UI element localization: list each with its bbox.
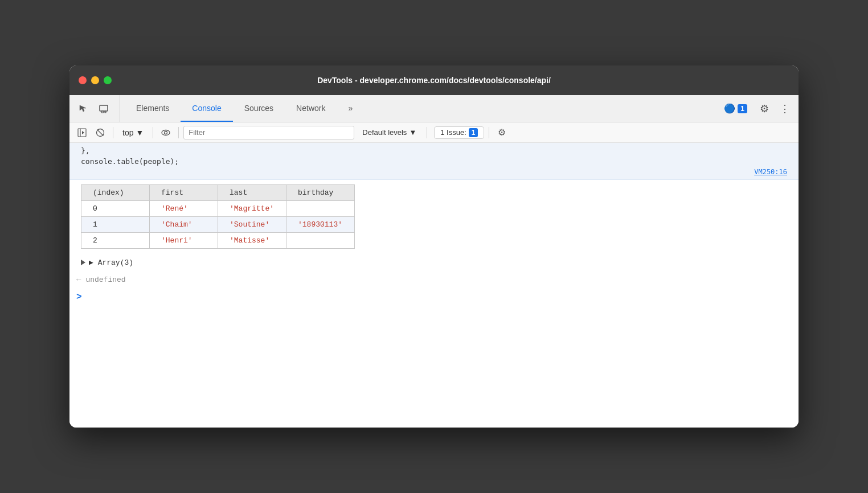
tab-elements[interactable]: Elements (125, 95, 181, 122)
table-header: (index) first last birthday (81, 185, 355, 201)
tab-bar: Elements Console Sources Network » 🔵 1 ⚙… (69, 95, 799, 122)
toolbar-divider-1 (113, 127, 113, 138)
tab-network[interactable]: Network (285, 95, 337, 122)
eye-icon[interactable] (158, 125, 174, 141)
undefined-text: undefined (85, 276, 125, 284)
toolbar-divider-5 (489, 127, 489, 138)
cell-first-1: 'Chaim' (150, 217, 218, 233)
context-label: top (122, 128, 133, 137)
toolbar-divider-2 (153, 127, 153, 138)
cell-index-0: 0 (81, 201, 150, 217)
traffic-lights (79, 76, 112, 84)
toolbar-icons-left (74, 95, 120, 122)
console-content: }, console.table(people); VM250:16 (inde… (69, 143, 799, 428)
svg-line-7 (97, 129, 104, 135)
col-last: last (218, 185, 286, 201)
array-label: ▶ Array(3) (89, 258, 133, 267)
filter-input[interactable] (183, 126, 354, 139)
issues-badge-count: 1 (738, 104, 747, 113)
tab-more[interactable]: » (337, 95, 364, 122)
array-expand[interactable]: ▶ Array(3) (69, 253, 799, 272)
context-selector[interactable]: top ▼ (118, 127, 148, 138)
cell-index-1: 1 (81, 217, 150, 233)
minimize-button[interactable] (91, 76, 99, 84)
default-levels-button[interactable]: Default levels ▼ (357, 127, 422, 138)
cell-birthday-1: '18930113' (286, 217, 355, 233)
svg-point-9 (165, 131, 167, 134)
main-tabs: Elements Console Sources Network » (125, 95, 718, 122)
cell-last-1: 'Soutine' (218, 217, 286, 233)
expand-arrow-icon (81, 260, 85, 265)
console-table-wrapper: (index) first last birthday 0 'René' 'Ma… (69, 180, 799, 253)
return-arrow-icon: ← (76, 275, 81, 284)
svg-marker-5 (82, 131, 84, 134)
col-first: first (150, 185, 218, 201)
cell-birthday-0 (286, 201, 355, 217)
console-toolbar: top ▼ Default levels ▼ 1 Issue: 1 ⚙ (69, 122, 799, 143)
svg-rect-1 (101, 111, 104, 113)
issues-text: 1 Issue: (440, 128, 466, 137)
vm-link[interactable]: VM250:16 (754, 168, 787, 176)
table-row: 0 'René' 'Magritte' (81, 201, 355, 217)
issues-count-badge: 1 (469, 128, 478, 137)
clear-console-icon[interactable] (92, 125, 108, 141)
sidebar-toggle-icon[interactable] (74, 125, 90, 141)
cell-last-2: 'Matisse' (218, 233, 286, 249)
tab-bar-right: 🔵 1 ⚙ ⋮ (718, 95, 794, 122)
svg-rect-2 (105, 111, 106, 113)
tab-sources[interactable]: Sources (233, 95, 285, 122)
cell-first-0: 'René' (150, 201, 218, 217)
cell-index-2: 2 (81, 233, 150, 249)
code-line-1: }, (69, 145, 799, 156)
cell-last-0: 'Magritte' (218, 201, 286, 217)
table-row: 1 'Chaim' 'Soutine' '18930113' (81, 217, 355, 233)
code-line-2: console.table(people); (69, 156, 799, 167)
console-table: (index) first last birthday 0 'René' 'Ma… (81, 184, 355, 249)
console-prompt[interactable]: > (69, 287, 799, 307)
cell-birthday-2 (286, 233, 355, 249)
devtools-window: DevTools - developer.chrome.com/docs/dev… (69, 65, 799, 428)
levels-arrow: ▼ (409, 128, 416, 137)
tab-console[interactable]: Console (181, 95, 232, 122)
more-options-icon[interactable]: ⋮ (776, 100, 794, 118)
close-button[interactable] (79, 76, 87, 84)
dropdown-arrow: ▼ (136, 128, 144, 137)
inspect-element-icon[interactable] (74, 100, 92, 118)
issues-icon: 🔵 (724, 103, 735, 114)
toolbar-divider-4 (427, 127, 427, 138)
issues-counter[interactable]: 🔵 1 (718, 101, 753, 116)
table-body: 0 'René' 'Magritte' 1 'Chaim' 'Soutine' … (81, 201, 355, 249)
col-index: (index) (81, 185, 150, 201)
console-settings-icon[interactable]: ⚙ (494, 125, 510, 141)
prompt-symbol: > (76, 292, 82, 302)
levels-label: Default levels (362, 128, 407, 137)
toolbar-divider-3 (178, 127, 179, 138)
undefined-line: ← undefined (69, 272, 799, 287)
issues-button[interactable]: 1 Issue: 1 (434, 126, 484, 139)
device-toggle-icon[interactable] (95, 100, 113, 118)
table-row: 2 'Henri' 'Matisse' (81, 233, 355, 249)
maximize-button[interactable] (104, 76, 112, 84)
window-title: DevTools - developer.chrome.com/docs/dev… (317, 76, 551, 85)
title-bar: DevTools - developer.chrome.com/docs/dev… (69, 65, 799, 95)
settings-icon[interactable]: ⚙ (755, 100, 773, 118)
col-birthday: birthday (286, 185, 355, 201)
svg-rect-0 (100, 105, 108, 111)
cell-first-2: 'Henri' (150, 233, 218, 249)
